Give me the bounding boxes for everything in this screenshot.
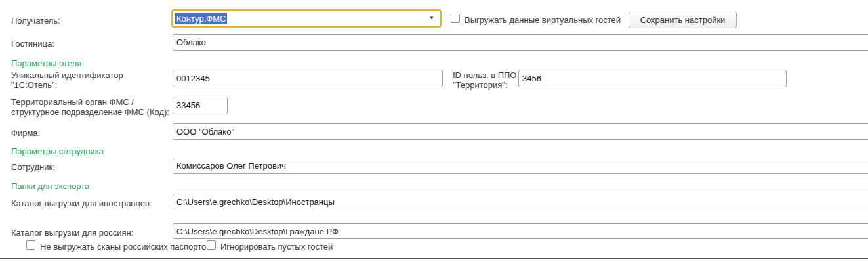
territory-user-id-input[interactable] [518,70,787,87]
hotel-input[interactable] [173,34,868,51]
export-russian-input[interactable] [173,223,868,239]
territory-user-id-label-line2: "Территория": [453,80,508,90]
export-foreign-label: Каталог выгрузки для иностранцев: [11,198,152,208]
fms-code-input[interactable] [173,97,228,114]
recipient-value-area[interactable]: Контур.ФМС [173,11,423,26]
section-employee-params: Параметры сотрудника [11,146,104,156]
ignore-empty-guests-checkbox[interactable] [207,240,216,250]
virtual-guests-checkbox-label: Выгружать данные виртуальных гостей [465,15,621,25]
firm-input[interactable] [173,123,868,140]
fms-code-label-line2: структурное подразделение ФМС (Код): [11,107,169,117]
recipient-label: Получатель: [11,16,60,26]
ignore-empty-guests-label: Игнорировать пустых гостей [220,242,333,252]
section-export-folders: Папки для экспорта [11,181,89,191]
hotel-id-input[interactable] [173,70,443,87]
hotel-label: Гостиница: [11,39,54,49]
export-russian-label: Каталог выгрузки для россиян: [11,228,133,238]
hotel-id-label-line1: Уникальный идентификатор [11,70,123,80]
save-settings-button[interactable]: Сохранить настройки [629,12,737,28]
firm-label: Фирма: [11,128,40,138]
no-russian-passport-scans-label: Не выгружать сканы российских паспортов [40,242,211,252]
hotel-id-label-line2: "1С:Отель": [11,80,57,90]
export-foreign-input[interactable] [173,194,868,209]
fms-code-label-line1: Территориальный орган ФМС / [11,97,134,107]
employee-input[interactable] [173,158,868,174]
no-russian-passport-scans-checkbox[interactable] [26,240,35,250]
section-hotel-params: Параметры отеля [11,58,81,68]
fms-export-settings-form: Получатель: Контур.ФМС ▼ Выгружать данны… [0,0,868,264]
recipient-combobox[interactable]: Контур.ФМС ▼ [171,9,442,28]
chevron-down-icon: ▼ [429,16,434,21]
recipient-dropdown-button[interactable]: ▼ [423,11,440,26]
virtual-guests-checkbox[interactable] [451,14,460,23]
bottom-divider [0,258,868,259]
territory-user-id-label-line1: ID польз. в ППО [453,70,516,80]
recipient-selected-value: Контур.ФМС [175,13,227,24]
employee-label: Сотрудник: [11,162,55,172]
